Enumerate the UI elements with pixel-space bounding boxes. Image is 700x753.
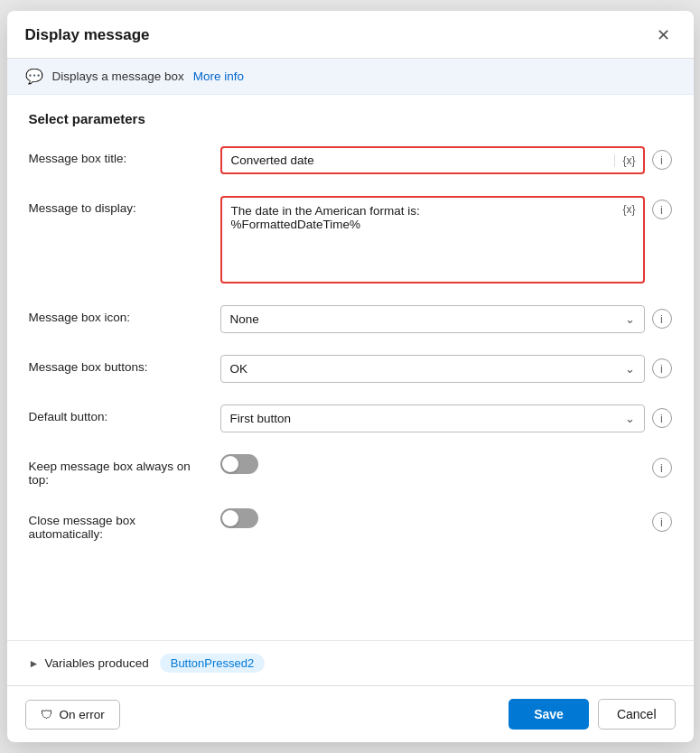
message-textarea-wrapper: The date in the American format is: %For… — [220, 196, 645, 284]
param-label-message: Message to display: — [29, 196, 210, 215]
param-label-title: Message box title: — [29, 146, 210, 165]
close-auto-info-icon[interactable]: i — [652, 512, 672, 532]
icon-select-wrapper: None Information Warning Error ⌄ — [220, 305, 645, 333]
param-row-title: Message box title: {x} i — [29, 135, 672, 185]
message-var-badge[interactable]: {x} — [622, 203, 635, 216]
param-row-close-auto: Close message box automatically: i — [29, 497, 672, 552]
param-control-keep-on-top: i — [220, 454, 672, 478]
message-icon: 💬 — [25, 68, 43, 85]
buttons-select-wrapper: OK OK - Cancel Yes - No Yes - No - Cance… — [220, 355, 645, 383]
default-button-info-icon[interactable]: i — [652, 408, 672, 428]
section-title: Select parameters — [7, 95, 694, 135]
icon-info-icon[interactable]: i — [652, 309, 672, 329]
message-textarea[interactable]: The date in the American format is: %For… — [222, 198, 643, 279]
param-label-icon: Message box icon: — [29, 305, 210, 324]
buttons-info-icon[interactable]: i — [652, 358, 672, 378]
param-control-title: {x} i — [220, 146, 672, 174]
param-label-keep-on-top: Keep message box always on top: — [29, 454, 210, 487]
on-error-button[interactable]: 🛡 On error — [25, 700, 120, 730]
dialog: Display message ✕ 💬 Displays a message b… — [7, 11, 694, 742]
param-row-message: Message to display: The date in the Amer… — [29, 185, 672, 294]
keep-on-top-toggle[interactable] — [220, 454, 258, 474]
cancel-button[interactable]: Cancel — [598, 699, 676, 730]
variables-section: ► Variables produced ButtonPressed2 — [7, 640, 694, 685]
variables-label[interactable]: ► Variables produced — [29, 656, 149, 670]
param-control-buttons: OK OK - Cancel Yes - No Yes - No - Cance… — [220, 355, 672, 383]
param-control-icon: None Information Warning Error ⌄ i — [220, 305, 672, 333]
keep-on-top-toggle-knob — [222, 456, 238, 472]
dialog-title: Display message — [25, 26, 150, 44]
param-row-default-button: Default button: First button Second butt… — [29, 394, 672, 443]
info-text: Displays a message box — [52, 70, 184, 83]
variables-produced-text: Variables produced — [44, 656, 148, 670]
param-label-default-button: Default button: — [29, 404, 210, 423]
keep-on-top-info-icon[interactable]: i — [652, 458, 672, 478]
param-label-buttons: Message box buttons: — [29, 355, 210, 374]
close-button[interactable]: ✕ — [651, 25, 676, 45]
on-error-label: On error — [60, 708, 105, 721]
param-label-close-auto: Close message box automatically: — [29, 508, 210, 541]
title-info-icon[interactable]: i — [652, 150, 672, 170]
save-button[interactable]: Save — [509, 699, 589, 730]
default-button-select[interactable]: First button Second button Third button — [221, 405, 644, 432]
param-control-message: The date in the American format is: %For… — [220, 196, 672, 284]
variable-badge: ButtonPressed2 — [160, 654, 266, 673]
parameters-area: Message box title: {x} i Message to disp… — [7, 135, 694, 640]
title-input[interactable] — [222, 148, 615, 172]
close-auto-toggle[interactable] — [220, 508, 258, 528]
shield-icon: 🛡 — [41, 708, 53, 721]
message-info-icon[interactable]: i — [652, 200, 672, 219]
param-row-icon: Message box icon: None Information Warni… — [29, 294, 672, 344]
more-info-link[interactable]: More info — [193, 70, 244, 83]
close-auto-toggle-knob — [222, 510, 238, 526]
keep-on-top-toggle-wrapper — [220, 454, 258, 474]
title-var-badge[interactable]: {x} — [614, 154, 642, 167]
default-button-select-wrapper: First button Second button Third button … — [220, 404, 645, 432]
title-input-wrapper: {x} — [220, 146, 645, 174]
icon-select[interactable]: None Information Warning Error — [221, 306, 644, 332]
param-row-keep-on-top: Keep message box always on top: i — [29, 443, 672, 497]
info-banner: 💬 Displays a message box More info — [7, 59, 694, 95]
dialog-header: Display message ✕ — [7, 11, 694, 59]
close-auto-toggle-wrapper — [220, 508, 258, 528]
buttons-select[interactable]: OK OK - Cancel Yes - No Yes - No - Cance… — [221, 356, 644, 382]
dialog-footer: 🛡 On error Save Cancel — [7, 685, 694, 742]
param-control-default-button: First button Second button Third button … — [220, 404, 672, 432]
param-row-buttons: Message box buttons: OK OK - Cancel Yes … — [29, 344, 672, 394]
param-control-close-auto: i — [220, 508, 672, 532]
variables-chevron-right: ► — [29, 657, 40, 670]
